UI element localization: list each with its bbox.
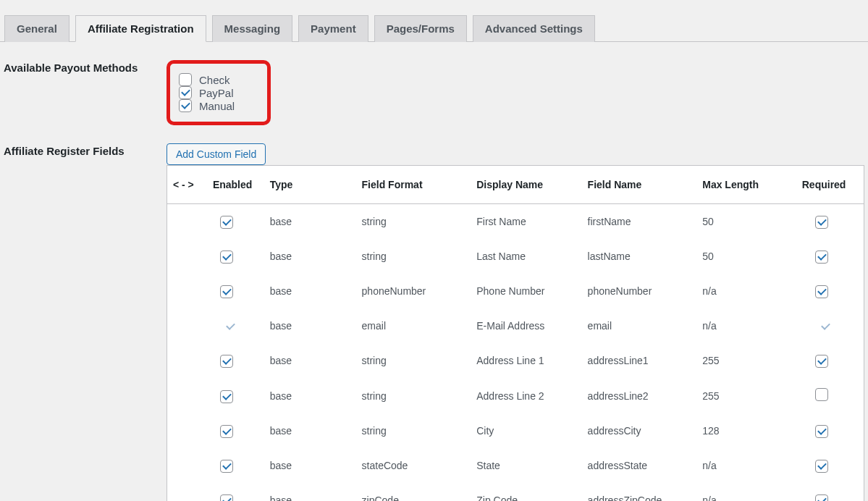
payout-option: Manual — [179, 99, 235, 112]
required-cell — [795, 308, 864, 343]
sort-handle[interactable] — [167, 239, 206, 274]
payout-option-label: PayPal — [199, 87, 234, 99]
payout-option: Check — [179, 73, 235, 86]
display-cell: Zip Code — [469, 483, 580, 501]
fieldname-cell: lastName — [581, 239, 696, 274]
max-cell: 50 — [695, 239, 795, 274]
required-checkbox[interactable] — [815, 425, 828, 438]
required-cell — [795, 239, 864, 274]
payout-highlight-box: CheckPayPalManual — [167, 60, 271, 125]
type-cell: base — [263, 343, 355, 378]
required-cell — [795, 343, 864, 378]
table-row: baseemailE-Mail Addressemailn/a — [167, 308, 864, 343]
payout-checkbox[interactable] — [179, 86, 192, 99]
type-cell: base — [263, 483, 355, 501]
enabled-cell — [206, 274, 263, 308]
add-custom-field-button[interactable]: Add Custom Field — [167, 143, 266, 165]
display-cell: Last Name — [469, 239, 580, 274]
display-cell: City — [469, 413, 580, 448]
display-cell: E-Mail Address — [469, 308, 580, 343]
required-checkbox[interactable] — [815, 388, 828, 401]
type-cell: base — [263, 274, 355, 308]
fieldname-cell: addressLine1 — [581, 343, 696, 378]
required-checkbox[interactable] — [815, 494, 828, 501]
enabled-cell — [206, 204, 263, 240]
max-cell: 255 — [695, 343, 795, 378]
max-cell: n/a — [695, 274, 795, 308]
enabled-checkbox[interactable] — [220, 425, 233, 438]
required-checkbox[interactable] — [815, 355, 828, 368]
tab-advanced-settings[interactable]: Advanced Settings — [473, 15, 595, 42]
enabled-checkbox[interactable] — [220, 285, 233, 298]
max-cell: 128 — [695, 413, 795, 448]
payout-checkbox[interactable] — [179, 99, 192, 112]
format-cell: zipCode — [355, 483, 470, 501]
type-cell: base — [263, 448, 355, 483]
fieldname-cell: addressCity — [581, 413, 696, 448]
col-type: Type — [263, 166, 355, 204]
col-required: Required — [795, 166, 864, 204]
required-cell — [795, 448, 864, 483]
required-checkbox[interactable] — [815, 250, 828, 264]
enabled-cell — [206, 413, 263, 448]
format-cell: email — [355, 308, 470, 343]
col-max: Max Length — [695, 166, 795, 204]
enabled-checkbox[interactable] — [220, 460, 233, 473]
sort-handle[interactable] — [167, 204, 206, 240]
enabled-cell — [206, 448, 263, 483]
tab-pages-forms[interactable]: Pages/Forms — [374, 15, 467, 42]
fieldname-cell: email — [581, 308, 696, 343]
col-enabled: Enabled — [206, 166, 263, 204]
sort-handle[interactable] — [167, 448, 206, 483]
sort-handle[interactable] — [167, 413, 206, 448]
tab-messaging[interactable]: Messaging — [212, 15, 293, 42]
enabled-cell — [206, 343, 263, 378]
format-cell: string — [355, 413, 470, 448]
col-display: Display Name — [469, 166, 580, 204]
sort-handle[interactable] — [167, 308, 206, 343]
max-cell: n/a — [695, 483, 795, 501]
enabled-checkbox[interactable] — [220, 494, 233, 501]
fieldname-cell: phoneNumber — [581, 274, 696, 308]
display-cell: Phone Number — [469, 274, 580, 308]
payout-option-label: Manual — [199, 100, 235, 112]
table-row: basestringAddress Line 1addressLine1255 — [167, 343, 864, 378]
fieldname-cell: firstName — [581, 204, 696, 240]
required-checkbox — [819, 320, 832, 333]
enabled-checkbox[interactable] — [220, 390, 233, 403]
tab-payment[interactable]: Payment — [298, 15, 368, 42]
required-cell — [795, 413, 864, 448]
format-cell: string — [355, 204, 470, 240]
sort-handle[interactable] — [167, 274, 206, 308]
required-checkbox[interactable] — [815, 285, 828, 298]
register-fields-label: Affiliate Register Fields — [4, 143, 167, 157]
display-cell: First Name — [469, 204, 580, 240]
sort-handle[interactable] — [167, 343, 206, 378]
sort-handle[interactable] — [167, 483, 206, 501]
tab-general[interactable]: General — [4, 15, 69, 42]
enabled-checkbox[interactable] — [220, 216, 233, 229]
required-checkbox[interactable] — [815, 460, 828, 473]
required-cell — [795, 483, 864, 501]
type-cell: base — [263, 308, 355, 343]
col-format: Field Format — [355, 166, 470, 204]
enabled-checkbox[interactable] — [220, 355, 233, 368]
fieldname-cell: addressState — [581, 448, 696, 483]
tab-affiliate-registration[interactable]: Affiliate Registration — [75, 15, 206, 42]
enabled-checkbox — [224, 320, 237, 333]
enabled-checkbox[interactable] — [220, 250, 233, 264]
payout-methods-row: Available Payout Methods CheckPayPalManu… — [4, 60, 864, 125]
table-row: basephoneNumberPhone NumberphoneNumbern/… — [167, 274, 864, 308]
required-checkbox[interactable] — [815, 216, 828, 229]
payout-checkbox[interactable] — [179, 73, 192, 86]
enabled-cell — [206, 239, 263, 274]
table-row: basestateCodeStateaddressStaten/a — [167, 448, 864, 483]
fieldname-cell: addressZipCode — [581, 483, 696, 501]
table-row: basezipCodeZip CodeaddressZipCoden/a — [167, 483, 864, 501]
max-cell: 50 — [695, 204, 795, 240]
register-fields-row: Affiliate Register Fields Add Custom Fie… — [4, 143, 864, 501]
col-field: Field Name — [581, 166, 696, 204]
enabled-cell — [206, 483, 263, 501]
sort-handle[interactable] — [167, 378, 206, 413]
max-cell: 255 — [695, 378, 795, 413]
